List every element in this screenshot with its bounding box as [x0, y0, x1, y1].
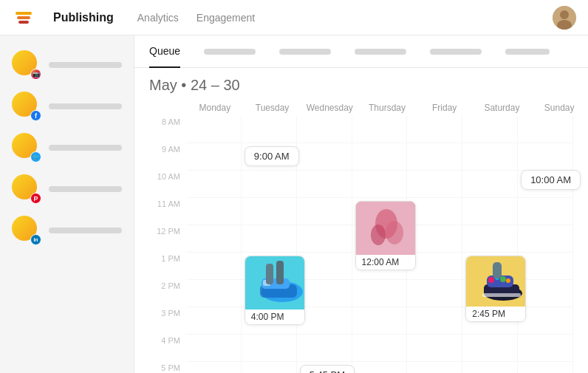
- tab-pill-3[interactable]: [355, 49, 406, 55]
- slot-sat-11am: [462, 198, 518, 225]
- slot-sun-3pm: [518, 307, 573, 334]
- slot-wed-1pm: [297, 253, 352, 279]
- slot-tue-5pm: [242, 362, 297, 373]
- date-range: May • 24 – 30: [149, 77, 573, 94]
- slot-sat-9am: [462, 143, 518, 170]
- slot-thu-3pm: [352, 307, 408, 334]
- time-label-11am: 11 AM: [149, 198, 186, 225]
- tab-pill-2[interactable]: [279, 49, 331, 55]
- nav-engagement[interactable]: Engagement: [196, 12, 255, 24]
- slot-mon-9am: [186, 143, 242, 170]
- slot-fri-10am: [407, 171, 462, 197]
- slot-tue-4pm: [242, 335, 297, 361]
- slot-sun-9am: 10:00 AM: [518, 143, 573, 170]
- slot-wed-10am: [297, 171, 352, 197]
- event-tuesday-4pm[interactable]: 4:00 PM: [245, 256, 305, 325]
- slot-fri-1pm: [407, 253, 462, 279]
- day-saturday: Saturday: [474, 100, 531, 116]
- slot-sat-10am: [462, 171, 518, 197]
- user-avatar[interactable]: [553, 6, 576, 30]
- slot-sun-11am: [518, 198, 573, 225]
- event-time: 2:45 PM: [466, 307, 525, 321]
- range-separator: •: [181, 77, 191, 93]
- slot-mon-12pm: [186, 225, 242, 252]
- slot-mon-4pm: [186, 335, 242, 361]
- slot-sun-5pm: [518, 362, 573, 373]
- sidebar-item-twitter[interactable]: 🐦: [0, 127, 134, 168]
- time-label-4pm: 4 PM: [149, 335, 186, 362]
- sidebar-item-linkedin[interactable]: in: [0, 210, 134, 251]
- nav-analytics[interactable]: Analytics: [137, 12, 179, 24]
- sidebar-item-pinterest[interactable]: P: [0, 168, 134, 210]
- svg-point-22: [506, 278, 510, 283]
- tab-pill-1[interactable]: [204, 49, 256, 55]
- event-tuesday-9am[interactable]: 9:00 AM: [245, 146, 299, 166]
- day-monday: Monday: [186, 100, 244, 116]
- svg-point-5: [371, 225, 386, 245]
- event-wednesday-545pm[interactable]: 5:45 PM: [300, 365, 355, 373]
- slot-fri-11am: [407, 198, 462, 225]
- content-area: Queue May • 24 – 30 Monday Tuesday: [134, 35, 588, 373]
- slot-thu-4pm: [352, 335, 408, 361]
- time-row-11am: 11 AM: [149, 198, 573, 225]
- slot-wed-12pm: [297, 225, 352, 252]
- slot-sun-1pm: [518, 253, 573, 279]
- event-image: [245, 256, 305, 309]
- slot-mon-1pm: [186, 253, 242, 279]
- account-label-bar: [49, 103, 122, 109]
- time-label-2pm: 2 PM: [149, 280, 186, 307]
- slot-sat-8am: [462, 116, 518, 143]
- day-sunday: Sunday: [530, 100, 588, 116]
- event-image: [466, 256, 526, 307]
- account-label-bar: [49, 227, 122, 233]
- slot-sun-12pm: [518, 225, 573, 252]
- time-label-9am: 9 AM: [149, 143, 186, 171]
- sidebar-item-instagram[interactable]: 📷: [0, 44, 134, 86]
- event-time: 4:00 PM: [245, 309, 304, 324]
- slot-fri-5pm: [407, 362, 462, 373]
- event-time: 10:00 AM: [530, 174, 571, 185]
- sidebar-item-facebook[interactable]: f: [0, 86, 134, 127]
- slot-fri-4pm: [407, 335, 462, 361]
- time-grid: 8 AM 9 AM: [134, 116, 588, 373]
- event-sunday-10am[interactable]: 10:00 AM: [521, 170, 581, 190]
- slot-sun-4pm: [518, 335, 573, 361]
- calendar-header: May • 24 – 30: [134, 68, 588, 100]
- time-label-12pm: 12 PM: [149, 225, 186, 253]
- slot-mon-11am: [186, 198, 242, 225]
- svg-rect-12: [266, 264, 273, 284]
- slot-mon-10am: [186, 171, 242, 197]
- slot-fri-9am: [407, 143, 462, 170]
- slot-sun-2pm: [518, 280, 573, 307]
- tab-queue[interactable]: Queue: [149, 35, 180, 68]
- tab-pill-5[interactable]: [505, 49, 550, 55]
- calendar-scroll[interactable]: Monday Tuesday Wednesday Thursday Friday…: [134, 100, 588, 373]
- day-headers-row: Monday Tuesday Wednesday Thursday Friday…: [134, 100, 588, 116]
- queue-tabs: Queue: [134, 35, 588, 68]
- tab-pill-4[interactable]: [430, 49, 482, 55]
- slot-fri-12pm: [407, 225, 462, 252]
- slot-tue-12pm: [242, 225, 297, 252]
- time-label-1pm: 1 PM: [149, 253, 186, 280]
- month-label: May: [149, 77, 177, 93]
- slot-sat-12pm: [462, 225, 518, 252]
- svg-rect-23: [493, 262, 502, 278]
- logo[interactable]: [12, 6, 35, 30]
- event-image: [356, 202, 416, 255]
- svg-rect-24: [482, 293, 521, 297]
- svg-point-19: [488, 277, 494, 283]
- time-row-9am: 9 AM 9:00 AM: [149, 143, 573, 171]
- slot-mon-2pm: [186, 280, 242, 307]
- svg-point-6: [386, 221, 403, 244]
- slot-thu-9am: [352, 143, 408, 170]
- slot-mon-5pm: [186, 362, 242, 373]
- main-layout: 📷 f 🐦 P: [0, 35, 588, 373]
- slot-tue-10am: [242, 171, 297, 197]
- slot-wed-3pm: [297, 307, 352, 334]
- slot-thu-10am: [352, 171, 408, 197]
- event-saturday-245pm[interactable]: 2:45 PM: [465, 256, 526, 322]
- event-thursday-12am[interactable]: 12:00 AM: [355, 201, 416, 270]
- slot-wed-8am: [297, 116, 352, 143]
- slot-sat-1pm: 2:45 PM: [462, 253, 518, 279]
- account-label-bar: [49, 145, 122, 151]
